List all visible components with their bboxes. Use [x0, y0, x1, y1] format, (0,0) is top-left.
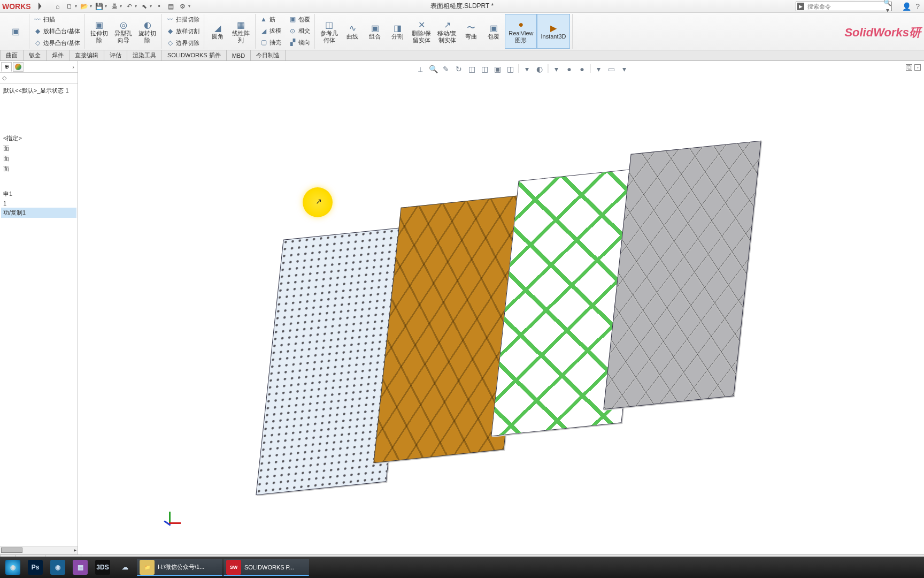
cut-sweep-group-2[interactable]: ◇边界切除 [164, 37, 202, 48]
cmd-tab-0[interactable]: 曲面 [0, 50, 24, 60]
ref-group-8[interactable]: ●RealView 图形 [505, 14, 537, 49]
hud-button-10[interactable]: ▾ [551, 64, 561, 74]
hud-button-8[interactable]: ▾ [522, 64, 532, 74]
cmd-tab-1[interactable]: 钣金 [24, 50, 47, 60]
misc-group-4[interactable]: ▢抽壳 [258, 37, 283, 48]
ref-group-4[interactable]: ✕删除/保 留实体 [409, 14, 434, 49]
cmd-tab-7[interactable]: MBD [227, 50, 251, 60]
fm-horizontal-scrollbar[interactable]: ▸ [0, 546, 78, 554]
qat-dropdown-icon[interactable]: ▾ [188, 4, 190, 9]
search-input[interactable] [805, 3, 883, 10]
ref-group-1[interactable]: ∿曲线 [341, 14, 364, 49]
fm-item-3[interactable]: 面 [1, 164, 76, 174]
qat-button-6[interactable]: ⬉ [139, 2, 150, 11]
ref-group-3[interactable]: ◨分割 [386, 14, 409, 49]
qat-dropdown-icon[interactable]: ▾ [105, 4, 107, 9]
qat-button-9[interactable]: ⚙ [178, 2, 188, 11]
fm-item-6[interactable]: 1 [1, 199, 76, 208]
taskbar-item-5[interactable]: ☁ [114, 559, 136, 576]
qat-dropdown-icon[interactable]: ▾ [135, 4, 137, 9]
cut-group-0[interactable]: ▣拉伸切 除 [87, 14, 111, 49]
qat-button-0[interactable]: ⌂ [52, 2, 63, 11]
fm-tab-appearance[interactable] [13, 62, 24, 72]
fm-item-0[interactable]: <指定> [1, 133, 76, 143]
cmd-tab-8[interactable]: 今日制造 [251, 50, 286, 60]
cut-sweep-group-1[interactable]: ◆放样切割 [164, 26, 202, 36]
ref-group-6[interactable]: 〜弯曲 [460, 14, 482, 49]
qat-dropdown-icon[interactable]: ▾ [150, 4, 152, 9]
fm-item-7[interactable]: 功/复制1 [1, 208, 76, 218]
hud-button-14[interactable]: ▭ [606, 64, 616, 74]
misc-group-1[interactable]: ▣包覆 [287, 14, 312, 25]
vp-expand-icon[interactable]: ⿻ [906, 64, 912, 71]
qat-dropdown-icon[interactable]: ▾ [120, 4, 122, 9]
cut-sweep-group-0[interactable]: 〰扫描切除 [164, 14, 202, 25]
cmd-tab-3[interactable]: 直接编辑 [70, 50, 104, 60]
graphics-viewport[interactable]: ⟂🔍✎↻◫◫▣◫▾◐▾●●▾▭▾ ⿻ ▫ [78, 61, 924, 554]
taskbar-item-1[interactable]: Ps [25, 559, 46, 576]
fm-scroll-right-arrow-icon[interactable]: ▸ [74, 547, 76, 553]
qat-button-2[interactable]: 📂 [79, 2, 90, 11]
hud-button-4[interactable]: ◫ [467, 64, 476, 74]
misc-group-3[interactable]: ⊙相交 [287, 26, 312, 36]
hud-button-15[interactable]: ▾ [619, 64, 629, 74]
hud-button-5[interactable]: ◫ [480, 64, 489, 74]
hud-button-1[interactable]: 🔍 [428, 64, 438, 74]
fillet-group-0[interactable]: ◢圆角 [206, 14, 229, 49]
extrude-boss-button[interactable]: ▣ [4, 14, 27, 49]
hud-button-12[interactable]: ● [577, 64, 587, 74]
cmd-tab-5[interactable]: 渲染工具 [127, 50, 162, 60]
search-play-icon[interactable]: ▶ [797, 3, 804, 10]
hud-button-7[interactable]: ◫ [505, 64, 515, 74]
hud-button-3[interactable]: ↻ [454, 64, 464, 74]
fm-tab-feature-tree[interactable]: ⊕ [1, 62, 12, 72]
fm-expand-icon[interactable]: › [70, 64, 76, 70]
search-icon[interactable]: 🔍▾ [883, 0, 891, 14]
cmd-tab-4[interactable]: 评估 [104, 50, 127, 60]
taskbar-item-6[interactable]: 📁H:\微信公众号\1... [137, 559, 222, 576]
fm-root[interactable]: 默认<<默认>_显示状态 1 [1, 86, 76, 96]
misc-group-2[interactable]: ◢拔模 [258, 26, 283, 36]
logo-menu-arrow-icon[interactable] [36, 3, 44, 10]
sweep-group-2[interactable]: ◇边界凸台/基体 [32, 37, 82, 48]
hud-button-11[interactable]: ● [564, 64, 574, 74]
ref-group-2[interactable]: ▣组合 [364, 14, 386, 49]
sweep-group-0[interactable]: 〰扫描 [32, 14, 82, 25]
ref-group-7[interactable]: ▣包覆 [482, 14, 505, 49]
cut-group-2[interactable]: ◐旋转切 除 [135, 14, 159, 49]
hud-button-9[interactable]: ◐ [535, 64, 544, 74]
fm-filter-left-icon[interactable]: ◇ [2, 74, 6, 81]
qat-button-5[interactable]: ↶ [124, 2, 135, 11]
user-icon[interactable]: 👤 [902, 2, 911, 11]
fm-item-4[interactable] [1, 174, 76, 189]
qat-button-8[interactable]: ▤ [166, 2, 176, 11]
orientation-triad[interactable] [159, 512, 181, 533]
taskbar-item-3[interactable]: ▦ [70, 559, 91, 576]
taskbar-item-7[interactable]: SWSOLIDWORKS P... [224, 559, 309, 576]
qat-dropdown-icon[interactable]: ▾ [75, 4, 77, 9]
hud-button-6[interactable]: ▣ [492, 64, 502, 74]
hud-button-2[interactable]: ✎ [441, 64, 451, 74]
cmd-tab-2[interactable]: 焊件 [47, 50, 70, 60]
qat-dropdown-icon[interactable]: ▾ [90, 4, 92, 9]
misc-group-5[interactable]: ▞镜向 [287, 37, 312, 48]
fm-item-2[interactable]: 面 [1, 154, 76, 164]
cmd-tab-6[interactable]: SOLIDWORKS 插件 [162, 50, 227, 60]
qat-button-4[interactable]: 🖶 [109, 2, 120, 11]
ref-group-5[interactable]: ↗移动/复 制实体 [434, 14, 460, 49]
command-search[interactable]: ▶ 🔍▾ [796, 2, 892, 11]
cut-group-1[interactable]: ◎异型孔 向导 [111, 14, 135, 49]
fm-item-1[interactable]: 面 [1, 143, 76, 154]
misc-group-0[interactable]: ▲筋 [258, 14, 283, 25]
vp-collapse-icon[interactable]: ▫ [914, 64, 921, 71]
fillet-group-1[interactable]: ▦线性阵 列 [229, 14, 253, 49]
fm-item-5[interactable]: 申1 [1, 189, 76, 199]
ref-group-9[interactable]: ▶Instant3D [537, 14, 569, 49]
taskbar-item-2[interactable]: ◉ [47, 559, 68, 576]
hud-button-0[interactable]: ⟂ [415, 64, 425, 74]
hud-button-13[interactable]: ▾ [594, 64, 603, 74]
qat-button-7[interactable]: • [154, 2, 165, 11]
fm-scroll-thumb[interactable] [1, 547, 22, 553]
help-icon[interactable]: ? [915, 2, 920, 11]
qat-button-3[interactable]: 💾 [94, 2, 105, 11]
